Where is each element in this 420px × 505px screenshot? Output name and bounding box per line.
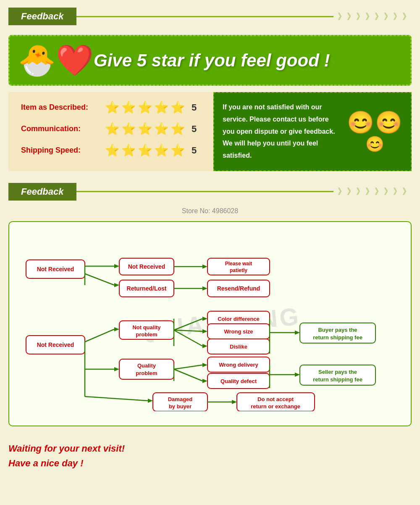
star-4: ⭐ xyxy=(154,100,169,114)
star-s5: ⭐ xyxy=(171,143,185,157)
svg-line-4 xyxy=(85,274,114,285)
communication-stars: ⭐ ⭐ ⭐ ⭐ ⭐ xyxy=(105,122,185,136)
svg-text:return shipping fee: return shipping fee xyxy=(313,376,362,383)
chick-icon: 🐣❤️ xyxy=(18,42,94,78)
svg-text:return shipping fee: return shipping fee xyxy=(313,334,362,341)
svg-text:Seller pays the: Seller pays the xyxy=(318,369,357,375)
svg-text:Resend/Refund: Resend/Refund xyxy=(217,285,260,292)
svg-line-35 xyxy=(174,330,202,331)
svg-text:return or exchange: return or exchange xyxy=(251,403,300,410)
svg-text:problem: problem xyxy=(136,331,157,338)
flow-svg: Not Received Not Received Please wait pa… xyxy=(18,235,396,411)
star-c3: ⭐ xyxy=(138,122,152,136)
feedback-header-2: Feedback 》》》》》》》》 xyxy=(0,180,420,204)
star-1: ⭐ xyxy=(105,100,120,114)
svg-marker-74 xyxy=(232,400,237,404)
star-c2: ⭐ xyxy=(121,122,136,136)
svg-text:Not Received: Not Received xyxy=(128,263,165,270)
star-5: ⭐ xyxy=(171,100,185,114)
svg-text:Not Received: Not Received xyxy=(37,266,74,272)
svg-line-33 xyxy=(174,319,202,330)
chevrons-1: 》》》》》》》》 xyxy=(338,11,412,22)
star-c4: ⭐ xyxy=(154,122,169,136)
svg-marker-26 xyxy=(114,367,119,371)
bottom-text: Waiting for your next visit! Have a nice… xyxy=(0,435,420,477)
svg-marker-53 xyxy=(202,363,207,367)
svg-text:Please wait: Please wait xyxy=(225,261,252,267)
shipping-speed-label: Shipping Speed: xyxy=(21,146,101,155)
svg-marker-55 xyxy=(202,379,207,383)
item-as-described-label: Item as Described: xyxy=(21,103,101,112)
svg-text:Damaged: Damaged xyxy=(168,396,193,402)
svg-marker-3 xyxy=(114,264,119,268)
star-c1: ⭐ xyxy=(105,122,120,136)
communication-score: 5 xyxy=(192,124,197,135)
header-line-1 xyxy=(76,16,334,17)
communication-row: Communication: ⭐ ⭐ ⭐ ⭐ ⭐ 5 xyxy=(21,122,201,136)
ratings-left-panel: Item as Described: ⭐ ⭐ ⭐ ⭐ ⭐ 5 Communica… xyxy=(8,92,213,171)
svg-marker-17 xyxy=(202,286,207,291)
svg-marker-69 xyxy=(148,399,153,403)
svg-text:Quality defect: Quality defect xyxy=(220,378,257,384)
bottom-line-1: Waiting for your next visit! xyxy=(8,441,412,456)
star-s3: ⭐ xyxy=(138,143,152,157)
item-as-described-row: Item as Described: ⭐ ⭐ ⭐ ⭐ ⭐ 5 xyxy=(21,100,201,114)
svg-text:Quality: Quality xyxy=(137,362,156,369)
svg-text:Color difference: Color difference xyxy=(218,316,260,322)
svg-text:patietly: patietly xyxy=(230,267,247,273)
flow-diagram: LQDIANTANG Not Received Not Received xyxy=(8,221,412,426)
svg-text:Wrong delivery: Wrong delivery xyxy=(219,362,258,368)
feedback-title-1: Feedback xyxy=(8,8,76,25)
banner-section: 🐣❤️ Give 5 star if you feel good ! xyxy=(8,35,412,86)
star-3: ⭐ xyxy=(138,100,152,114)
svg-marker-38 xyxy=(202,344,207,348)
ratings-right-panel: If you are not satisfied with our servic… xyxy=(213,92,412,171)
smiley-big-1: 😊 xyxy=(347,110,374,135)
svg-text:Buyer pays the: Buyer pays the xyxy=(318,327,357,333)
svg-marker-10 xyxy=(202,264,207,269)
svg-line-54 xyxy=(174,369,202,381)
feedback-title-2: Feedback xyxy=(8,183,76,201)
communication-label: Communication: xyxy=(21,124,101,133)
svg-marker-48 xyxy=(295,330,300,335)
svg-text:problem: problem xyxy=(136,370,157,376)
svg-marker-34 xyxy=(202,317,207,321)
smiley-group: 😊 😊 😊 xyxy=(347,110,402,153)
ratings-section: Item as Described: ⭐ ⭐ ⭐ ⭐ ⭐ 5 Communica… xyxy=(8,92,412,171)
feedback-header-1: Feedback 》》》》》》》》 xyxy=(0,4,420,29)
shipping-speed-row: Shipping Speed: ⭐ ⭐ ⭐ ⭐ ⭐ 5 xyxy=(21,143,201,157)
svg-marker-36 xyxy=(202,329,207,333)
store-number: Store No: 4986028 xyxy=(0,207,420,215)
svg-text:Not Received: Not Received xyxy=(37,341,74,348)
flow-content: Not Received Not Received Please wait pa… xyxy=(18,235,402,413)
star-s4: ⭐ xyxy=(154,143,169,157)
smiley-row-bottom: 😊 xyxy=(365,135,384,153)
star-s1: ⭐ xyxy=(105,143,120,157)
smiley-small: 😊 xyxy=(365,135,384,153)
svg-line-68 xyxy=(85,397,148,401)
svg-line-37 xyxy=(174,330,202,346)
svg-line-23 xyxy=(85,329,114,342)
satisfaction-text: If you are not satisfied with our servic… xyxy=(223,103,335,159)
svg-text:Not quality: Not quality xyxy=(132,324,161,330)
svg-text:Dislike: Dislike xyxy=(230,344,247,350)
banner-text: Give 5 star if you feel good ! xyxy=(94,50,330,71)
chevrons-2: 》》》》》》》》 xyxy=(338,186,412,197)
shipping-speed-score: 5 xyxy=(192,145,197,156)
svg-text:Returned/Lost: Returned/Lost xyxy=(127,285,167,292)
smiley-big-2: 😊 xyxy=(375,110,402,135)
bottom-line-2: Have a nice day ! xyxy=(8,456,412,471)
header-line-2 xyxy=(76,191,334,192)
star-c5: ⭐ xyxy=(171,122,185,136)
svg-marker-24 xyxy=(114,327,119,331)
svg-marker-5 xyxy=(114,283,119,287)
svg-line-52 xyxy=(174,365,202,369)
svg-text:Do not accept: Do not accept xyxy=(257,396,294,402)
svg-text:Wrong size: Wrong size xyxy=(224,328,253,335)
svg-marker-63 xyxy=(295,373,300,377)
satisfaction-message: If you are not satisfied with our servic… xyxy=(223,101,341,162)
star-2: ⭐ xyxy=(121,100,136,114)
svg-text:by buyer: by buyer xyxy=(169,403,192,410)
star-s2: ⭐ xyxy=(121,143,136,157)
shipping-speed-stars: ⭐ ⭐ ⭐ ⭐ ⭐ xyxy=(105,143,185,157)
